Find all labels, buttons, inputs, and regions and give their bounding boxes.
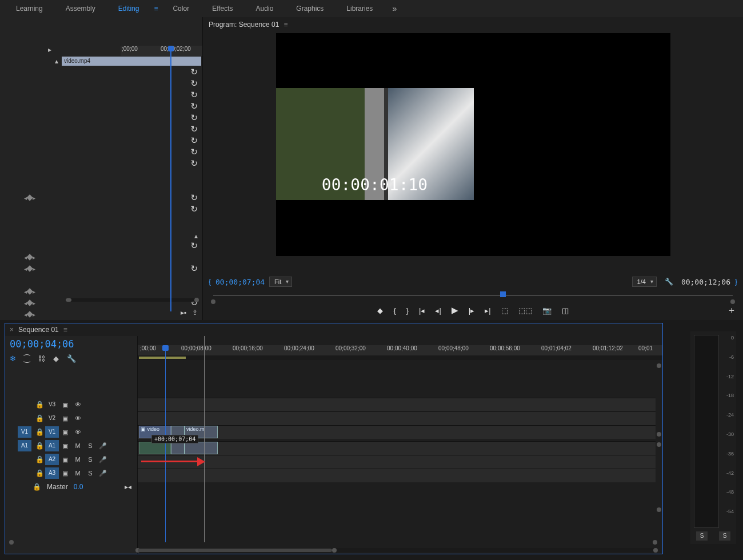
source-playhead[interactable] xyxy=(170,46,171,311)
sync-lock-icon[interactable]: ▣ xyxy=(59,442,71,450)
scrubber-playhead[interactable] xyxy=(500,291,506,297)
voice-over-icon[interactable]: 🎤 xyxy=(97,442,109,450)
timeline-settings-icon[interactable]: 🔧 xyxy=(67,354,76,363)
linked-selection-icon[interactable]: ⛓ xyxy=(38,354,45,363)
track-label[interactable]: A3 xyxy=(45,467,59,479)
keyframe-nav[interactable]: ◂▸ xyxy=(24,266,35,272)
reset-icon[interactable]: ↺ xyxy=(190,135,198,146)
keyframe-nav[interactable]: ◂▸ xyxy=(24,289,35,295)
keyframe-nav[interactable]: ◂▸ xyxy=(24,311,35,318)
reset-icon[interactable]: ↺ xyxy=(190,90,198,100)
tab-effects[interactable]: Effects xyxy=(201,1,244,16)
track-header-a2[interactable]: 🔒 A2 ▣ M S 🎤 xyxy=(5,453,137,466)
solo-button[interactable]: S xyxy=(84,456,97,463)
track-header-v1[interactable]: V1 🔒 V1 ▣ 👁 xyxy=(5,425,137,439)
keyframe-nav[interactable]: ◂▸ xyxy=(24,254,35,261)
track-label[interactable]: A1 xyxy=(45,440,59,451)
reset-icon[interactable]: ↺ xyxy=(190,67,198,77)
reset-icon[interactable]: ↺ xyxy=(190,78,198,89)
sync-lock-icon[interactable]: ▣ xyxy=(59,470,71,477)
reset-icon[interactable]: ↺ xyxy=(190,101,198,111)
sync-lock-icon[interactable]: ▣ xyxy=(59,415,71,422)
lift-icon[interactable]: ⬚ xyxy=(501,306,508,315)
play-icon[interactable]: ▶ xyxy=(452,305,458,315)
solo-button[interactable]: S xyxy=(84,470,97,477)
lock-icon[interactable]: 🔒 xyxy=(33,483,41,491)
lock-icon[interactable]: 🔒 xyxy=(34,455,45,463)
program-scrubber[interactable] xyxy=(209,291,737,299)
track-label[interactable]: V3 xyxy=(45,399,59,410)
master-level[interactable]: 0.0 xyxy=(74,483,83,491)
fit-dropdown[interactable]: Fit xyxy=(269,277,292,287)
comparison-view-icon[interactable]: ◫ xyxy=(562,306,569,315)
mute-button[interactable]: M xyxy=(71,456,84,463)
collapse-toggle-icon[interactable]: ▴ xyxy=(51,57,62,65)
source-hscroll[interactable] xyxy=(66,298,199,302)
export-icon[interactable]: ⇪ xyxy=(192,309,198,317)
reset-icon[interactable]: ↺ xyxy=(190,124,198,134)
track-header-a3[interactable]: 🔒 A3 ▣ M S 🎤 xyxy=(5,466,137,480)
timeline-tracks-area[interactable]: ;00;00 00;00;08;00 00;00;16;00 00;00;24;… xyxy=(138,336,662,554)
tab-graphics[interactable]: Graphics xyxy=(285,1,335,16)
source-ruler[interactable]: ;00;00 00;00;02;00 00;00;04;00 xyxy=(121,46,202,56)
timeline-ruler[interactable]: ;00;00 00;00;08;00 00;00;16;00 00;00;24;… xyxy=(138,345,662,355)
track-header-v2[interactable]: 🔒 V2 ▣ 👁 xyxy=(5,411,137,425)
step-forward-icon[interactable]: |▸ xyxy=(469,306,474,315)
vscroll-cap[interactable] xyxy=(657,432,661,437)
export-frame-icon[interactable]: 📷 xyxy=(542,306,552,315)
extract-icon[interactable]: ⬚⬚ xyxy=(518,306,532,315)
keyframe-nav[interactable]: ◂▸ xyxy=(24,195,35,201)
audio-clip-trimmed[interactable] xyxy=(171,442,185,454)
vscroll-cap[interactable] xyxy=(657,363,661,368)
track-label[interactable]: V1 xyxy=(45,426,59,438)
eye-icon[interactable]: 👁 xyxy=(71,415,84,422)
lock-icon[interactable]: 🔒 xyxy=(34,442,45,450)
play-only-icon[interactable]: ▸▪ xyxy=(181,309,186,317)
go-to-in-icon[interactable]: |◂ xyxy=(419,306,425,315)
panel-menu-icon[interactable]: ≡ xyxy=(283,21,287,29)
reset-icon[interactable]: ↺ xyxy=(190,113,198,123)
collapse-tracks-icon[interactable]: ▸◂ xyxy=(125,483,131,491)
workspace-menu-icon[interactable]: ≡ xyxy=(150,5,161,13)
tab-editing[interactable]: Editing xyxy=(107,1,151,16)
master-track[interactable]: 🔒 Master 0.0 ▸◂ xyxy=(5,480,137,494)
tab-libraries[interactable]: Libraries xyxy=(335,1,384,16)
audio-clip-ghost[interactable] xyxy=(185,442,218,454)
mark-in-bracket-icon[interactable]: { xyxy=(209,278,211,286)
solo-button[interactable]: S xyxy=(84,442,97,449)
bottom-hscroll[interactable] xyxy=(9,540,657,545)
eye-icon[interactable]: 👁 xyxy=(71,401,84,408)
timeline-playhead[interactable] xyxy=(165,345,166,542)
solo-right-button[interactable]: S xyxy=(719,531,730,541)
mark-out-icon[interactable]: } xyxy=(406,306,409,315)
expand-toggle-icon[interactable]: ▸ xyxy=(48,46,51,54)
reset-icon[interactable]: ↺ xyxy=(190,193,198,203)
track-header-a1[interactable]: A1 🔒 A1 ▣ M S 🎤 xyxy=(5,439,137,453)
vscroll-cap[interactable] xyxy=(657,442,661,447)
solo-left-button[interactable]: S xyxy=(696,531,708,541)
reset-icon[interactable]: ↺ xyxy=(190,158,198,169)
zoom-dropdown[interactable]: 1/4 xyxy=(632,277,657,287)
tab-color[interactable]: Color xyxy=(161,1,201,16)
voice-over-icon[interactable]: 🎤 xyxy=(97,456,109,463)
mute-button[interactable]: M xyxy=(71,442,84,449)
program-timecode-left[interactable]: 00;00;07;04 xyxy=(215,278,265,286)
voice-over-icon[interactable]: 🎤 xyxy=(97,470,109,477)
reset-icon[interactable]: ↺ xyxy=(190,263,198,274)
collapse-icon[interactable]: ▴ xyxy=(194,232,198,240)
sync-lock-icon[interactable]: ▣ xyxy=(59,456,71,463)
tab-assembly[interactable]: Assembly xyxy=(54,1,107,16)
source-patch-a1[interactable]: A1 xyxy=(18,440,31,451)
add-marker-icon[interactable]: ◆ xyxy=(377,306,383,315)
lock-icon[interactable]: 🔒 xyxy=(34,469,45,477)
reset-icon[interactable]: ↺ xyxy=(190,204,198,214)
program-monitor[interactable]: 00:00:01:10 xyxy=(276,33,670,256)
source-clip[interactable]: video.mp4 xyxy=(62,57,201,66)
tab-learning[interactable]: Learning xyxy=(5,1,54,16)
lock-icon[interactable]: 🔒 xyxy=(34,428,45,436)
settings-wrench-icon[interactable]: 🔧 xyxy=(665,278,673,286)
mute-button[interactable]: M xyxy=(71,470,84,477)
sync-lock-icon[interactable]: ▣ xyxy=(59,429,71,436)
panel-menu-icon[interactable]: ≡ xyxy=(63,326,67,334)
keyframe-nav[interactable]: ◂▸ xyxy=(24,300,35,306)
